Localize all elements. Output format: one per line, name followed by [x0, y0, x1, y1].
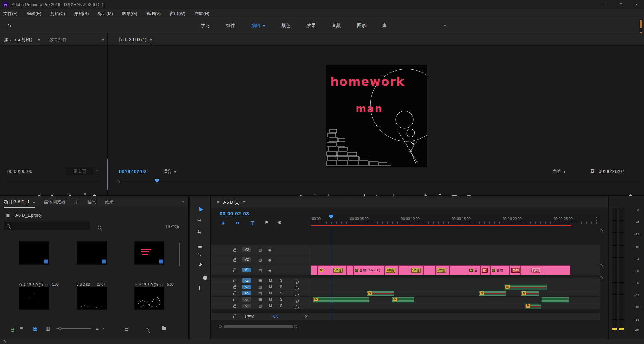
track-lock-icon[interactable]	[233, 293, 236, 295]
freeform-view-icon[interactable]: ▥	[46, 326, 50, 331]
timeline-panel-menu-icon[interactable]: ≡	[243, 200, 246, 205]
mute-button[interactable]: M	[269, 291, 272, 295]
mute-button[interactable]: M	[269, 278, 272, 282]
menu-edit[interactable]: 编辑(E)	[27, 11, 41, 17]
tab-editing[interactable]: 编辑≡	[243, 18, 273, 33]
timeline-clip[interactable]	[311, 265, 318, 275]
close-sequence-icon[interactable]: ×	[217, 199, 219, 204]
timeline-zoom-out-handle[interactable]	[219, 325, 222, 328]
thumbnail-zoom-slider[interactable]	[56, 328, 91, 329]
project-item-thumbnail[interactable]	[134, 287, 164, 310]
project-overflow-chevron[interactable]: »	[182, 199, 185, 204]
timeline-clip[interactable]	[544, 265, 570, 275]
audio-clip[interactable]: fx	[313, 297, 370, 303]
timeline-transition-clip[interactable]: VR随	[385, 265, 398, 275]
source-seek-bar[interactable]	[7, 182, 101, 182]
audio-clip[interactable]: fx	[367, 291, 394, 296]
track-target-a5[interactable]: A5	[242, 304, 251, 308]
razor-tool[interactable]	[198, 246, 202, 248]
tab-effects[interactable]: 效果	[299, 18, 324, 33]
tab-graphics[interactable]: 图形	[349, 18, 374, 33]
timeline-clip[interactable]: fx合	[468, 265, 480, 275]
program-zoom-select[interactable]: 适合 ▾	[163, 169, 176, 175]
tab-color[interactable]: 颜色	[273, 18, 299, 33]
voiceover-mic-icon[interactable]	[296, 305, 297, 308]
tab-libraries-panel[interactable]: 库	[74, 199, 78, 205]
tab-media-browser[interactable]: 媒体浏览器	[44, 199, 65, 205]
track-target-a2[interactable]: A2	[242, 285, 251, 289]
solo-button[interactable]: S	[280, 285, 282, 289]
nest-sequence-toggle-icon[interactable]: ◈	[221, 220, 225, 225]
menu-graphics[interactable]: 图形(G)	[122, 11, 137, 17]
find-in-project-icon[interactable]	[98, 226, 101, 229]
timeline-add-marker-icon[interactable]: ⚑	[265, 220, 269, 225]
voiceover-mic-icon[interactable]	[296, 299, 297, 302]
timeline-transition-clip[interactable]: 推	[480, 265, 490, 275]
timeline-clip[interactable]: fx合成	[490, 265, 510, 275]
new-item-icon[interactable]: ⊞	[162, 325, 166, 331]
tab-learning[interactable]: 学习	[193, 18, 218, 33]
ripple-edit-tool[interactable]: ⇆	[197, 229, 202, 235]
track-content-a3[interactable]	[311, 290, 600, 296]
tab-source[interactable]: 源：（无剪辑） ≡	[4, 34, 40, 45]
audio-clip[interactable]	[541, 297, 569, 303]
timeline-horizontal-scrollbar[interactable]	[224, 325, 293, 328]
snap-toggle-icon[interactable]: ∪	[236, 220, 239, 225]
item-name[interactable]: 合成 1/3-6 D (2).aep	[134, 283, 164, 287]
track-target-v2[interactable]: V2	[242, 257, 251, 262]
timeline-transition-clip[interactable]: 页面	[530, 265, 544, 275]
track-lock-icon[interactable]	[233, 259, 236, 262]
toggle-track-output-eye-icon[interactable]: ◉	[268, 258, 272, 262]
timeline-clip[interactable]	[449, 265, 468, 275]
hand-tool[interactable]	[203, 276, 207, 280]
maximize-button[interactable]: □	[613, 0, 629, 9]
source-page-grip-icon[interactable]: ››	[95, 168, 98, 173]
linked-selection-toggle-icon[interactable]: ◫	[250, 220, 255, 225]
sort-icon[interactable]: ≣	[95, 326, 99, 331]
track-select-forward-tool[interactable]: ↦	[197, 217, 202, 223]
timeline-clip[interactable]	[347, 265, 353, 275]
find-icon[interactable]	[146, 328, 149, 331]
program-timecode[interactable]: 00:00:02:03	[119, 169, 147, 174]
track-lock-icon[interactable]	[233, 249, 236, 252]
track-output-icon[interactable]: ▤	[258, 304, 262, 308]
master-level-value[interactable]: 0.0	[273, 314, 278, 318]
track-content-a1[interactable]	[311, 278, 600, 284]
tab-info[interactable]: 信息	[87, 199, 96, 205]
project-panel-menu-icon[interactable]: ≡	[33, 199, 35, 204]
timeline-transition-clip[interactable]: VR随	[435, 265, 449, 275]
thumbnail-zoom-knob[interactable]	[58, 327, 61, 330]
track-output-icon[interactable]: ▤	[258, 291, 262, 295]
solo-button[interactable]: S	[280, 278, 282, 282]
tab-audio[interactable]: 音频	[324, 18, 349, 33]
timeline-clip[interactable]	[521, 265, 530, 275]
pen-tool[interactable]	[198, 263, 202, 268]
project-file-name[interactable]: 3-6 D_1.prproj	[15, 213, 42, 218]
track-output-icon[interactable]: ▤	[258, 285, 262, 289]
source-overflow-chevron[interactable]: »	[102, 37, 104, 42]
source-panel-menu-icon[interactable]: ≡	[38, 37, 40, 42]
minimize-button[interactable]: —	[598, 0, 613, 9]
vertical-zoom-handle[interactable]	[600, 264, 603, 267]
close-button[interactable]: ×	[629, 0, 644, 9]
program-playhead[interactable]	[155, 179, 159, 183]
seek-zoom-handle[interactable]	[117, 180, 120, 183]
tab-project[interactable]: 项目:3-6 D_1 ≡	[4, 196, 35, 208]
timeline-clip[interactable]: fx	[318, 265, 332, 275]
program-resolution-select[interactable]: 完整 ▾	[552, 169, 565, 175]
track-lock-icon[interactable]	[233, 299, 236, 301]
track-target-a1[interactable]: A1	[242, 278, 251, 283]
program-panel-menu-icon[interactable]: ≡	[150, 37, 152, 42]
project-item-thumbnail[interactable]	[19, 287, 49, 310]
automate-to-sequence-icon[interactable]: ▤	[124, 326, 129, 331]
source-timecode[interactable]: 00;00;00;00	[7, 169, 32, 174]
voiceover-mic-icon[interactable]	[296, 286, 297, 289]
track-content-v3[interactable]	[311, 245, 600, 255]
menu-help[interactable]: 帮助(H)	[195, 11, 209, 17]
track-target-v3[interactable]: V3	[242, 247, 251, 252]
tab-assembly[interactable]: 组件	[218, 18, 243, 33]
source-transport-more-chevron[interactable]: »	[84, 192, 86, 196]
track-lock-icon[interactable]	[233, 305, 236, 308]
slip-tool[interactable]: ⇋	[197, 251, 202, 257]
master-pan-icon[interactable]: ⋈	[305, 314, 309, 319]
